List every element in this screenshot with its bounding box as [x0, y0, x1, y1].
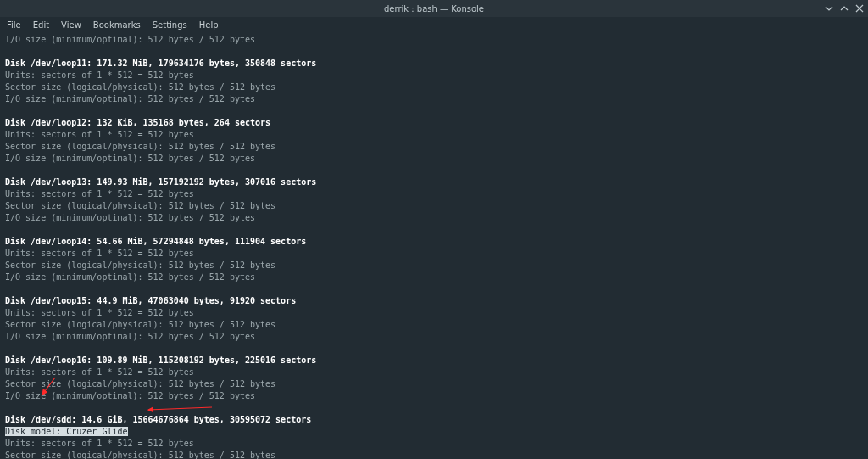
close-button[interactable] [854, 3, 865, 14]
disk-io: I/O size (minimum/optimal): 512 bytes / … [5, 93, 863, 105]
disk-header: Disk /dev/loop12: 132 KiB, 135168 bytes,… [5, 117, 863, 129]
top-io-line: I/O size (minimum/optimal): 512 bytes / … [5, 34, 863, 46]
disk-header: Disk /dev/loop11: 171.32 MiB, 179634176 … [5, 58, 863, 70]
disk-units: Units: sectors of 1 * 512 = 512 bytes [5, 438, 863, 450]
disk-io: I/O size (minimum/optimal): 512 bytes / … [5, 153, 863, 165]
disk-sector: Sector size (logical/physical): 512 byte… [5, 319, 863, 331]
chevron-down-icon [825, 4, 833, 13]
minimize-button[interactable] [824, 3, 834, 14]
disk-block: Disk /dev/loop13: 149.93 MiB, 157192192 … [5, 176, 863, 224]
disk-header: Disk /dev/loop14: 54.66 MiB, 57294848 by… [5, 236, 863, 248]
menu-settings[interactable]: Settings [153, 20, 187, 30]
disk-units: Units: sectors of 1 * 512 = 512 bytes [5, 307, 863, 319]
disk-header: Disk /dev/loop16: 109.89 MiB, 115208192 … [5, 355, 863, 367]
window-controls [824, 0, 865, 17]
disk-block: Disk /dev/loop11: 171.32 MiB, 179634176 … [5, 58, 863, 105]
disk-io: I/O size (minimum/optimal): 512 bytes / … [5, 331, 863, 343]
disk-header: Disk /dev/sdd: 14.6 GiB, 15664676864 byt… [5, 414, 863, 426]
disk-sector: Sector size (logical/physical): 512 byte… [5, 141, 863, 153]
titlebar: derrik : bash — Konsole [0, 0, 868, 17]
disk-units: Units: sectors of 1 * 512 = 512 bytes [5, 248, 863, 260]
disk-header: Disk /dev/loop13: 149.93 MiB, 157192192 … [5, 176, 863, 188]
disk-sector: Sector size (logical/physical): 512 byte… [5, 378, 863, 390]
disk-io: I/O size (minimum/optimal): 512 bytes / … [5, 271, 863, 283]
chevron-up-icon [840, 4, 849, 13]
disk-header: Disk /dev/loop15: 44.9 MiB, 47063040 byt… [5, 295, 863, 307]
disk-io: I/O size (minimum/optimal): 512 bytes / … [5, 390, 863, 402]
menu-view[interactable]: View [61, 20, 81, 30]
disk-units: Units: sectors of 1 * 512 = 512 bytes [5, 129, 863, 141]
terminal-output[interactable]: I/O size (minimum/optimal): 512 bytes / … [0, 32, 868, 459]
disk-block: Disk /dev/loop15: 44.9 MiB, 47063040 byt… [5, 295, 863, 343]
disk-units: Units: sectors of 1 * 512 = 512 bytes [5, 367, 863, 378]
menu-edit[interactable]: Edit [33, 20, 49, 30]
disk-sector: Sector size (logical/physical): 512 byte… [5, 200, 863, 212]
disk-io: I/O size (minimum/optimal): 512 bytes / … [5, 212, 863, 224]
menu-help[interactable]: Help [199, 20, 219, 30]
disk-block: Disk /dev/loop14: 54.66 MiB, 57294848 by… [5, 236, 863, 283]
disk-sector: Sector size (logical/physical): 512 byte… [5, 81, 863, 93]
disk-sdd-block: Disk /dev/sdd: 14.6 GiB, 15664676864 byt… [5, 414, 863, 459]
disk-block: Disk /dev/loop16: 109.89 MiB, 115208192 … [5, 355, 863, 402]
close-icon [855, 4, 864, 13]
disk-sector: Sector size (logical/physical): 512 byte… [5, 260, 863, 271]
disk-sector: Sector size (logical/physical): 512 byte… [5, 450, 863, 459]
window-title: derrik : bash — Konsole [0, 4, 868, 14]
disk-block: Disk /dev/loop12: 132 KiB, 135168 bytes,… [5, 117, 863, 165]
maximize-button[interactable] [839, 3, 849, 14]
disk-model-line: Disk model: Cruzer Glide [5, 426, 863, 438]
menu-file[interactable]: File [7, 20, 21, 30]
menubar: File Edit View Bookmarks Settings Help [0, 17, 868, 32]
disk-model-highlight: Disk model: Cruzer Glide [5, 427, 128, 436]
menu-bookmarks[interactable]: Bookmarks [93, 20, 141, 30]
disk-units: Units: sectors of 1 * 512 = 512 bytes [5, 188, 863, 200]
disk-units: Units: sectors of 1 * 512 = 512 bytes [5, 70, 863, 81]
